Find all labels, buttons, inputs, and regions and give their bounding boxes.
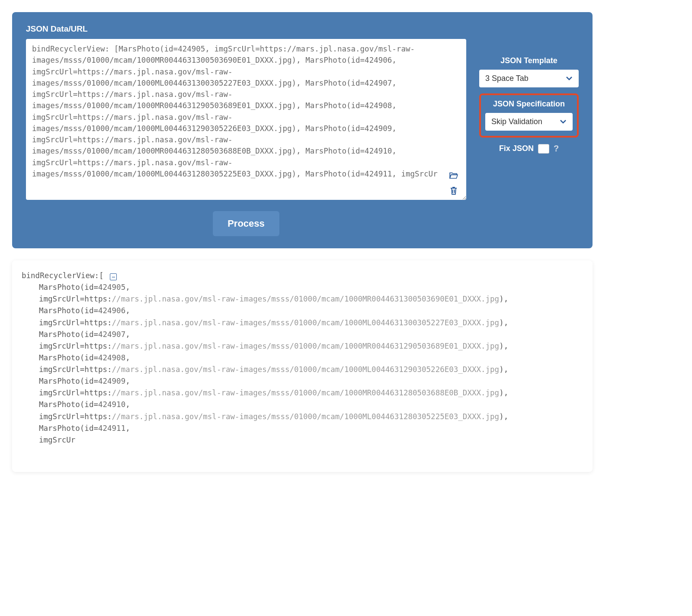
- spec-label: JSON Specification: [485, 99, 573, 109]
- json-input-textarea[interactable]: [26, 39, 466, 200]
- process-button[interactable]: Process: [213, 211, 279, 236]
- textarea-action-icons: [449, 170, 458, 196]
- input-left-column: JSON Data/URL: [26, 24, 466, 236]
- template-label: JSON Template: [479, 56, 579, 65]
- textarea-wrap: [26, 39, 466, 202]
- spec-select-value: Skip Validation: [491, 117, 542, 126]
- panel-title: JSON Data/URL: [26, 24, 466, 34]
- output-panel: bindRecyclerView:[ − MarsPhoto(id=424905…: [12, 260, 593, 472]
- sidebar-column: JSON Template 3 Space Tab JSON Specifica…: [479, 24, 579, 154]
- spec-highlight-box: JSON Specification Skip Validation: [479, 93, 579, 138]
- fix-json-row: Fix JSON ?: [479, 144, 579, 154]
- fix-json-label: Fix JSON: [499, 144, 534, 153]
- collapse-toggle-icon[interactable]: −: [110, 273, 117, 280]
- spec-select[interactable]: Skip Validation: [485, 113, 573, 131]
- template-select-value: 3 Space Tab: [485, 74, 529, 83]
- input-panel: JSON Data/URL: [12, 12, 593, 248]
- template-select[interactable]: 3 Space Tab: [479, 70, 579, 87]
- chevron-down-icon: [566, 74, 573, 83]
- chevron-down-icon: [560, 117, 567, 126]
- fix-json-checkbox[interactable]: [538, 144, 549, 154]
- help-icon[interactable]: ?: [554, 144, 559, 154]
- trash-icon[interactable]: [449, 186, 458, 196]
- open-file-icon[interactable]: [449, 170, 458, 180]
